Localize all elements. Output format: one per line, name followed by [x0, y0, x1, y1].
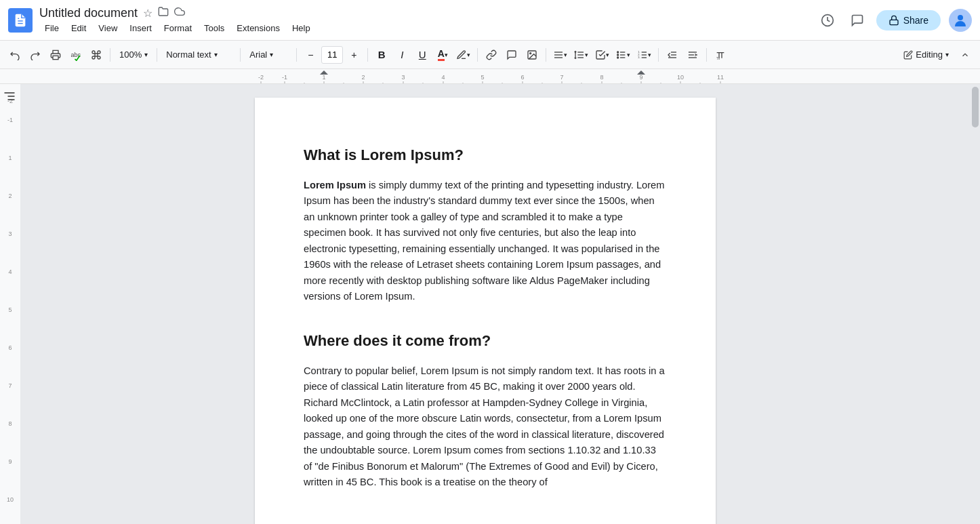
menu-view[interactable]: View	[93, 22, 123, 35]
checklist-button[interactable]: ▾	[592, 45, 612, 65]
page-content[interactable]: What is Lorem Ipsum? Lorem Ipsum is simp…	[255, 98, 716, 524]
svg-text:7: 7	[8, 382, 12, 389]
text-color-label: A	[438, 48, 445, 61]
editing-mode-button[interactable]: Editing ▾	[898, 45, 954, 65]
bullet-list-button[interactable]: ▾	[613, 45, 633, 65]
app-icon[interactable]	[8, 8, 33, 33]
scrollbar-area[interactable]	[971, 84, 980, 524]
separator-9	[706, 48, 707, 62]
menu-edit[interactable]: Edit	[66, 22, 91, 35]
highlight-chevron: ▾	[467, 52, 470, 58]
clear-format-button[interactable]: Tx	[711, 45, 730, 65]
menu-help[interactable]: Help	[287, 22, 316, 35]
decrease-indent-button[interactable]	[663, 45, 682, 65]
menu-file[interactable]: File	[39, 22, 64, 35]
text-style-selector[interactable]: Normal text ▾	[161, 45, 236, 65]
font-size-input[interactable]: 11	[321, 46, 343, 64]
bold-button[interactable]: B	[372, 45, 391, 65]
numbered-chevron: ▾	[648, 52, 651, 58]
svg-text:3: 3	[8, 230, 12, 237]
checklist-chevron: ▾	[606, 52, 609, 58]
toolbar: abc 100% ▾ Normal text ▾ Arial ▾ − 11 + …	[0, 41, 980, 69]
zoom-value: 100%	[119, 49, 142, 60]
spellcheck-button[interactable]: abc	[66, 45, 85, 65]
scroll-thumb[interactable]	[972, 87, 979, 127]
version-history-button[interactable]	[817, 9, 838, 31]
line-spacing-chevron: ▾	[585, 52, 588, 58]
doc-title-area: Untitled document ☆ File Edit View Inser…	[39, 6, 817, 35]
menu-bar: File Edit View Insert Format Tools Exten…	[39, 22, 817, 35]
svg-text:-1: -1	[282, 74, 287, 81]
svg-text:2: 2	[8, 193, 12, 199]
paint-format-button[interactable]	[87, 45, 106, 65]
text-color-chevron: ▾	[445, 52, 448, 58]
svg-text:3: 3	[401, 74, 405, 81]
print-button[interactable]	[46, 45, 65, 65]
decrease-font-button[interactable]: −	[301, 45, 320, 65]
undo-button[interactable]	[5, 45, 24, 65]
menu-tools[interactable]: Tools	[199, 22, 230, 35]
align-button[interactable]: ▾	[550, 45, 570, 65]
italic-button[interactable]: I	[392, 45, 411, 65]
increase-font-button[interactable]: +	[344, 45, 363, 65]
svg-text:5: 5	[481, 74, 484, 81]
share-button[interactable]: Share	[876, 10, 941, 31]
bullet-chevron: ▾	[627, 52, 630, 58]
svg-text:1: 1	[8, 155, 12, 161]
outline-toggle-button[interactable]	[3, 89, 16, 106]
increase-indent-button[interactable]	[683, 45, 702, 65]
svg-text:4: 4	[8, 268, 12, 275]
svg-text:abc: abc	[71, 52, 81, 58]
svg-point-8	[530, 52, 531, 54]
svg-text:9: 9	[8, 458, 12, 465]
text-style-chevron: ▾	[214, 51, 218, 58]
font-label: Arial	[249, 49, 267, 60]
text-color-button[interactable]: A ▾	[433, 45, 452, 65]
separator-5	[367, 48, 368, 62]
separator-7	[546, 48, 546, 62]
svg-text:Tx: Tx	[716, 56, 720, 60]
menu-format[interactable]: Format	[159, 22, 197, 35]
highlight-button[interactable]: ▾	[453, 45, 473, 65]
numbered-list-button[interactable]: 1.2.3. ▾	[634, 45, 654, 65]
top-bar: Untitled document ☆ File Edit View Inser…	[0, 0, 980, 41]
separator-6	[477, 48, 478, 62]
menu-insert[interactable]: Insert	[124, 22, 157, 35]
add-comment-button[interactable]	[502, 45, 521, 65]
separator-3	[240, 48, 241, 62]
redo-button[interactable]	[26, 45, 45, 65]
main-area: -2 -1 1 2 3 4 5 6 7 8 9 10	[0, 84, 980, 524]
user-avatar[interactable]	[949, 9, 972, 32]
separator-4	[296, 48, 297, 62]
svg-text:10: 10	[677, 74, 684, 81]
svg-text:7: 7	[560, 74, 563, 81]
star-icon[interactable]: ☆	[143, 7, 152, 20]
font-selector[interactable]: Arial ▾	[245, 45, 292, 65]
menu-extensions[interactable]: Extensions	[231, 22, 285, 35]
folder-icon[interactable]	[158, 6, 169, 20]
link-button[interactable]	[482, 45, 501, 65]
document-page: What is Lorem Ipsum? Lorem Ipsum is simp…	[255, 98, 716, 524]
underline-button[interactable]: U	[413, 45, 432, 65]
cloud-icon[interactable]	[174, 6, 185, 20]
top-right-controls: Share	[817, 9, 972, 32]
section2-heading: Where does it come from?	[304, 332, 667, 350]
svg-point-19	[617, 52, 619, 53]
svg-text:10: 10	[7, 496, 14, 503]
svg-text:-2: -2	[258, 74, 264, 81]
vertical-ruler: -2 -1 1 2 3 4 5 6 7 8 9 10	[0, 84, 20, 524]
document-area[interactable]: What is Lorem Ipsum? Lorem Ipsum is simp…	[20, 84, 950, 524]
doc-title[interactable]: Untitled document	[39, 6, 138, 20]
font-chevron: ▾	[270, 51, 273, 58]
svg-text:8: 8	[8, 420, 12, 427]
line-spacing-button[interactable]: ▾	[571, 45, 591, 65]
collapse-toolbar-button[interactable]	[956, 45, 975, 65]
insert-image-button[interactable]	[523, 45, 542, 65]
section1-body: Lorem Ipsum is simply dummy text of the …	[304, 178, 667, 305]
svg-text:2: 2	[361, 74, 365, 81]
svg-text:6: 6	[520, 74, 524, 81]
comments-button[interactable]	[846, 9, 868, 31]
zoom-selector[interactable]: 100% ▾	[115, 45, 152, 65]
section1-heading: What is Lorem Ipsum?	[304, 146, 667, 164]
editing-mode-label: Editing	[916, 49, 943, 60]
